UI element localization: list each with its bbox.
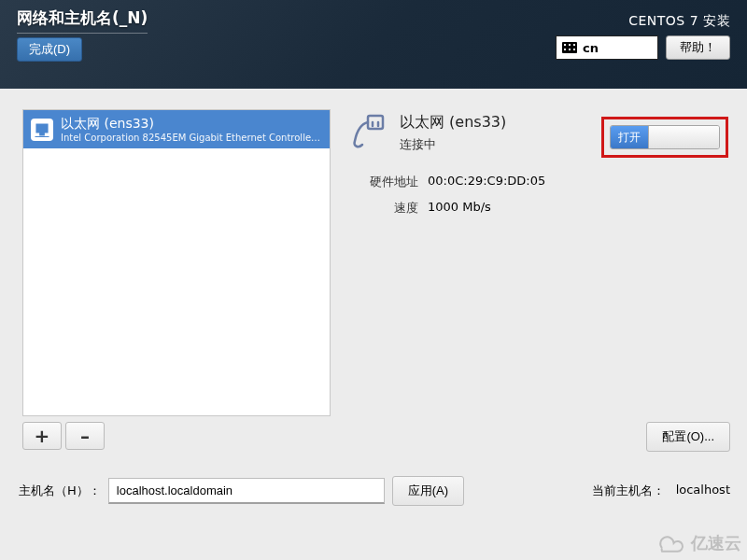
page-title: 网络和主机名(_N) [17,7,148,34]
ethernet-icon [31,119,53,141]
ethernet-large-icon [349,113,387,150]
main-area: 以太网 (ens33) Intel Corporation 82545EM Gi… [0,89,747,457]
hostname-input[interactable] [108,478,385,504]
interface-list[interactable]: 以太网 (ens33) Intel Corporation 82545EM Gi… [22,109,331,416]
watermark-logo-icon [654,533,687,553]
apply-hostname-button[interactable]: 应用(A) [392,476,464,506]
interface-panel: 以太网 (ens33) Intel Corporation 82545EM Gi… [22,109,331,450]
svg-rect-0 [368,116,383,129]
toggle-highlight: 打开 [601,117,728,158]
current-hostname-label: 当前主机名： [592,483,665,499]
watermark: 亿速云 [654,532,741,554]
hw-address-label: 硬件地址 [353,174,418,190]
detail-title: 以太网 (ens33) [400,113,506,133]
detail-status: 连接中 [400,136,506,153]
help-button[interactable]: 帮助！ [666,35,730,60]
keyboard-layout-label: cn [583,41,599,55]
detail-panel: 打开 以太网 (ens33) 连接中 硬件地址 00:0C:29:C9:DD:0… [349,109,730,450]
configure-button[interactable]: 配置(O)... [646,422,730,452]
speed-value: 1000 Mb/s [428,200,730,217]
watermark-text: 亿速云 [691,532,741,554]
interface-desc: Intel Corporation 82545EM Gigabit Ethern… [61,133,322,143]
hw-address-value: 00:0C:29:C9:DD:05 [428,174,730,190]
done-button[interactable]: 完成(D) [17,37,82,62]
interface-name: 以太网 (ens33) [61,116,322,133]
hostname-label: 主机名（H）： [19,483,101,499]
current-hostname-value: localhost [676,483,730,499]
keyboard-icon [562,42,577,53]
installer-title: CENTOS 7 安装 [628,13,730,30]
toggle-on-label: 打开 [611,126,648,148]
toggle-knob [648,126,719,148]
keyboard-layout-indicator[interactable]: cn [556,35,658,60]
interface-item[interactable]: 以太网 (ens33) Intel Corporation 82545EM Gi… [23,110,330,148]
header-bar: 网络和主机名(_N) 完成(D) CENTOS 7 安装 cn 帮助！ [0,0,747,89]
connection-toggle[interactable]: 打开 [610,125,720,149]
speed-label: 速度 [353,200,418,217]
